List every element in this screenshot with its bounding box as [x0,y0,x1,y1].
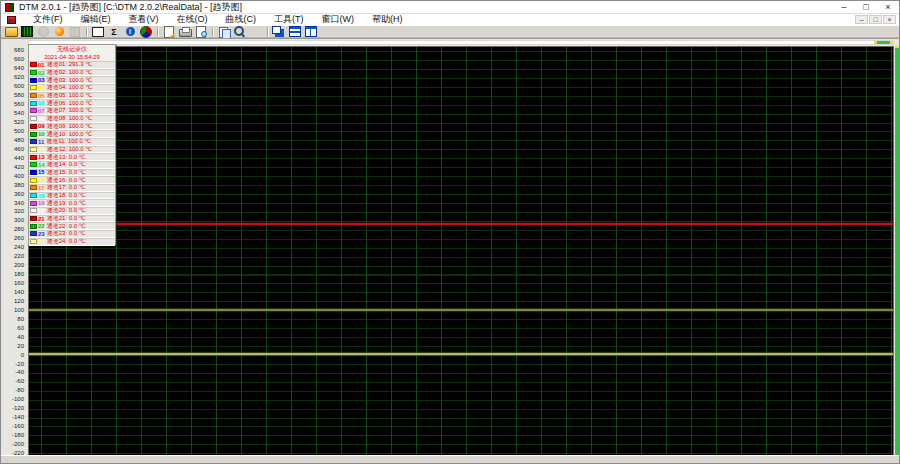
copy-icon[interactable] [217,26,231,38]
channel-number: 24 [38,239,45,245]
restore-button[interactable]: □ [855,1,877,13]
legend-row-channel-21[interactable]: 21通道21: 0.0 ℃ [29,215,115,223]
legend-row-channel-04[interactable]: 04通道04: 100.0 ℃ [29,84,115,92]
chart-client-area: 6806606406206005805605405205004804604404… [1,38,899,455]
window-icon[interactable] [91,26,105,38]
y-axis-tick-label: -200 [0,441,24,447]
y-axis-tick-label: 220 [0,253,24,259]
channel-color-swatch [30,93,37,98]
legend-row-channel-22[interactable]: 22通道22: 0.0 ℃ [29,222,115,230]
y-axis-tick-label: 520 [0,119,24,125]
pie-icon[interactable] [139,26,153,38]
tile-h-icon[interactable] [288,26,302,38]
channel-value-text: 通道05: 100.0 ℃ [47,92,92,100]
legend-row-channel-02[interactable]: 02通道02: 100.0 ℃ [29,69,115,77]
legend-row-channel-15[interactable]: 15通道15: 0.0 ℃ [29,169,115,177]
channel-number: 12 [38,146,45,152]
legend-row-channel-05[interactable]: 05通道05: 100.0 ℃ [29,92,115,100]
y-axis-tick-label: 340 [0,200,24,206]
channel-number: 09 [38,123,45,129]
series-line [29,223,893,225]
tile-v-icon[interactable] [304,26,318,38]
y-axis-tick-label: 300 [0,217,24,223]
window-title: DTM 2.0.1 - [趋势图] [C:\DTM 2.0.2\RealData… [19,1,242,14]
legend-row-channel-20[interactable]: 20通道20: 0.0 ℃ [29,207,115,215]
y-axis-tick-label: 620 [0,74,24,80]
info-icon[interactable] [123,26,137,38]
child-restore-button[interactable]: □ [869,15,882,24]
legend-row-channel-07[interactable]: 07通道07: 100.0 ℃ [29,107,115,115]
legend-row-channel-06[interactable]: 06通道06: 100.0 ℃ [29,99,115,107]
y-axis-tick-label: 500 [0,128,24,134]
y-axis-tick-label: 160 [0,280,24,286]
legend-row-channel-16[interactable]: 16通道16: 0.0 ℃ [29,176,115,184]
y-axis-tick-label: 560 [0,101,24,107]
legend-row-channel-18[interactable]: 18通道18: 0.0 ℃ [29,192,115,200]
channel-number: 02 [38,70,45,76]
y-axis-tick-label: -60 [0,378,24,384]
channel-number: 22 [38,223,45,229]
channel-value-text: 通道17: 0.0 ℃ [47,184,86,192]
channel-number: 10 [38,131,45,137]
child-window-controls: – □ × [854,15,896,24]
vertical-scroll-thumb[interactable] [895,46,900,457]
channel-value-text: 通道07: 100.0 ℃ [47,107,92,115]
legend-row-channel-24[interactable]: 24通道24: 0.0 ℃ [29,238,115,246]
horizontal-scroll-thumb[interactable] [874,41,893,44]
y-axis-tick-label: 380 [0,182,24,188]
channel-number: 18 [38,193,45,199]
connect-icon[interactable] [20,26,34,38]
start-icon [36,26,50,38]
vertical-scrollbar[interactable] [895,46,900,457]
print-icon[interactable] [178,26,192,38]
legend-row-channel-01[interactable]: 01通道01: 291.3 ℃ [29,61,115,69]
channel-number: 07 [38,108,45,114]
scroll-thumb-green[interactable] [877,41,890,44]
y-axis-tick-label: 580 [0,92,24,98]
legend-row-channel-23[interactable]: 23通道23: 0.0 ℃ [29,230,115,238]
legend-row-channel-09[interactable]: 09通道09: 100.0 ℃ [29,123,115,131]
channel-value-text: 通道19: 0.0 ℃ [47,199,86,207]
channel-value-text: 通道15: 0.0 ℃ [47,169,86,177]
y-axis-tick-label: 480 [0,137,24,143]
channel-color-swatch [30,224,37,229]
legend-row-channel-17[interactable]: 17通道17: 0.0 ℃ [29,184,115,192]
plot-area[interactable] [28,46,894,457]
toolbar-separator [86,27,87,37]
legend-row-channel-19[interactable]: 19通道19: 0.0 ℃ [29,199,115,207]
legend-row-channel-12[interactable]: 12通道12: 100.0 ℃ [29,146,115,154]
channel-number: 17 [38,185,45,191]
child-close-button[interactable]: × [883,15,896,24]
note-icon[interactable] [162,26,176,38]
legend-row-channel-11[interactable]: 11通道11: 100.0 ℃ [29,138,115,146]
y-axis-tick-label: 320 [0,208,24,214]
channel-color-swatch [30,62,37,67]
y-axis-tick-label: 120 [0,298,24,304]
channel-number: 16 [38,177,45,183]
minimize-button[interactable]: – [833,1,855,13]
close-button[interactable]: × [877,1,899,13]
y-axis-tick-label: 400 [0,173,24,179]
y-axis-labels: 6806606406206005805605405205004804604404… [1,46,27,457]
legend-row-channel-14[interactable]: 14通道14: 0.0 ℃ [29,161,115,169]
channel-color-swatch [30,178,37,183]
cascade-icon[interactable] [272,26,286,38]
legend-row-channel-08[interactable]: 08通道08: 100.0 ℃ [29,115,115,123]
legend-row-channel-13[interactable]: 13通道13: 0.0 ℃ [29,153,115,161]
channel-number: 19 [38,200,45,206]
channel-color-swatch [30,108,37,113]
legend-row-channel-10[interactable]: 10通道10: 100.0 ℃ [29,130,115,138]
legend-panel[interactable]: 无线记录仪 2021-04-30 15:54:29 01通道01: 291.3 … [28,44,116,245]
preview-icon[interactable] [194,26,208,38]
child-minimize-button[interactable]: – [855,15,868,24]
legend-timestamp: 2021-04-30 15:54:29 [29,53,115,61]
toolbar-separator [267,27,268,37]
channel-number: 20 [38,208,45,214]
sum-icon[interactable]: Σ [107,26,121,38]
record-icon[interactable] [52,26,66,38]
zoom-icon[interactable] [233,26,247,38]
legend-row-channel-03[interactable]: 03通道03: 100.0 ℃ [29,76,115,84]
horizontal-scrollbar[interactable] [28,40,894,45]
open-icon[interactable] [4,26,18,38]
y-axis-tick-label: 640 [0,65,24,71]
